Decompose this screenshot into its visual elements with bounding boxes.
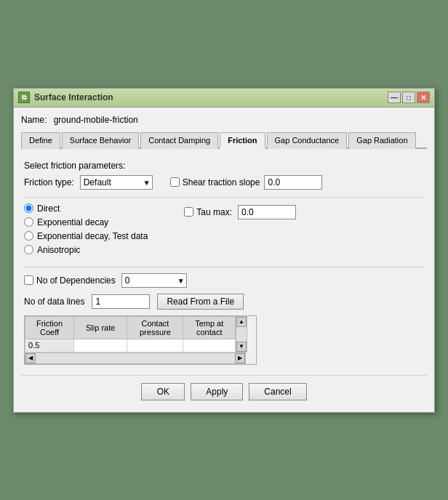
tab-friction[interactable]: Friction [220, 132, 265, 149]
tau-max-input[interactable] [238, 205, 296, 219]
divider-1 [24, 197, 424, 198]
tau-max-row: Tau max: [184, 205, 296, 219]
shear-traction-input[interactable] [264, 175, 322, 190]
shear-traction-checkbox[interactable] [170, 177, 180, 187]
scroll-left-button[interactable]: ◀ [25, 353, 36, 363]
table-header-row: FrictionCoeff Slip rate Contactpressure … [25, 316, 236, 339]
tab-surface-behavior[interactable]: Surface Behavior [62, 132, 139, 149]
friction-type-row: Friction type: Default Lagrange Penalty … [24, 175, 424, 190]
scroll-down-button[interactable]: ▼ [236, 342, 247, 352]
radio-anisotropic[interactable]: Anisotropic [24, 245, 148, 255]
dependencies-row: No of Dependencies 0 1 2 3 ▼ [24, 273, 424, 288]
table-bottom-scroll: ◀ ▶ [25, 352, 257, 364]
table-wrapper: FrictionCoeff Slip rate Contactpressure … [25, 316, 256, 352]
radio-group: Direct Exponential decay Exponential dec… [24, 203, 148, 255]
tab-gap-conductance[interactable]: Gap Conductance [267, 132, 348, 149]
scroll-track [236, 327, 247, 342]
title-buttons: — □ ✕ [388, 92, 430, 103]
apply-button[interactable]: Apply [191, 383, 243, 400]
radio-exp-decay[interactable]: Exponential decay [24, 217, 148, 227]
no-deps-select-wrapper: 0 1 2 3 ▼ [121, 273, 187, 288]
radio-tau-section: Direct Exponential decay Exponential dec… [24, 203, 424, 261]
radio-direct-label: Direct [37, 203, 60, 214]
tab-contact-damping[interactable]: Contact Damping [140, 132, 218, 149]
friction-type-select-wrapper: Default Lagrange Penalty ▼ [80, 175, 153, 190]
data-lines-row: No of data lines Read From a File [24, 294, 424, 310]
cell-slip-rate[interactable] [74, 339, 127, 352]
cell-friction-coeff[interactable]: 0.5 [25, 339, 74, 352]
shear-traction-label: Shear traction slope [183, 177, 260, 188]
shear-traction-checkbox-label: Shear traction slope [170, 177, 260, 188]
table-scrollbar-horizontal[interactable]: ◀ ▶ [25, 352, 246, 364]
radio-exp-decay-test-label: Exponential decay, Test data [37, 231, 148, 241]
tau-max-col: Tau max: [162, 203, 296, 261]
name-value: ground-mobile-friction [54, 115, 138, 125]
tau-max-label: Tau max: [196, 207, 232, 217]
radio-direct[interactable]: Direct [24, 203, 148, 214]
col-temp-at-contact: Temp atcontact [183, 316, 236, 339]
minimize-button[interactable]: — [388, 92, 401, 103]
radio-exp-decay-input[interactable] [24, 217, 33, 227]
read-from-file-button[interactable]: Read From a File [157, 294, 244, 310]
maximize-button[interactable]: □ [402, 92, 415, 103]
col-friction-coeff: FrictionCoeff [25, 316, 74, 339]
shear-traction-row: Shear traction slope [170, 175, 323, 190]
ok-button[interactable]: OK [141, 383, 185, 400]
friction-type-label: Friction type: [24, 177, 74, 188]
main-window: ⧉ Surface Interaction — □ ✕ Name: ground… [13, 88, 435, 413]
no-deps-checkbox-label: No of Dependencies [24, 275, 116, 286]
friction-table: FrictionCoeff Slip rate Contactpressure … [25, 316, 236, 352]
table-scrollbar-vertical[interactable]: ▲ ▼ [236, 316, 247, 352]
col-contact-pressure: Contactpressure [127, 316, 183, 339]
cell-contact-pressure[interactable] [127, 339, 183, 352]
radio-col: Direct Exponential decay Exponential dec… [24, 203, 148, 261]
scroll-corner [246, 352, 257, 364]
col-slip-rate: Slip rate [74, 316, 127, 339]
tab-define[interactable]: Define [21, 132, 60, 149]
window-body: Name: ground-mobile-friction Define Surf… [14, 108, 434, 412]
radio-anisotropic-label: Anisotropic [37, 245, 80, 255]
no-deps-select[interactable]: 0 1 2 3 [121, 273, 187, 288]
tau-max-checkbox[interactable] [184, 207, 193, 217]
tau-max-checkbox-label: Tau max: [184, 207, 232, 217]
window-title: Surface Interaction [34, 92, 388, 102]
no-deps-label: No of Dependencies [36, 275, 116, 286]
cancel-button[interactable]: Cancel [249, 383, 306, 400]
radio-exp-decay-label: Exponential decay [37, 217, 108, 227]
no-deps-checkbox[interactable] [24, 275, 33, 285]
footer-buttons: OK Apply Cancel [21, 375, 427, 405]
radio-anisotropic-input[interactable] [24, 245, 33, 254]
radio-exp-decay-test[interactable]: Exponential decay, Test data [24, 231, 148, 241]
radio-exp-decay-test-input[interactable] [24, 231, 33, 241]
tab-bar: Define Surface Behavior Contact Damping … [21, 131, 427, 149]
data-lines-label: No of data lines [24, 297, 84, 307]
tab-content: Select friction parameters: Friction typ… [21, 156, 427, 369]
table-row: 0.5 [25, 339, 236, 352]
scroll-right-button[interactable]: ▶ [235, 353, 245, 363]
data-lines-input[interactable] [92, 294, 150, 309]
cell-temp-at-contact[interactable] [183, 339, 236, 352]
friction-type-select[interactable]: Default Lagrange Penalty [80, 175, 153, 190]
tab-gap-radiation[interactable]: Gap Radiation [348, 132, 415, 149]
radio-direct-input[interactable] [24, 203, 33, 213]
divider-2 [24, 267, 424, 267]
scroll-up-button[interactable]: ▲ [236, 317, 247, 327]
window-icon: ⧉ [18, 92, 30, 103]
name-label: Name: [21, 115, 47, 125]
title-bar: ⧉ Surface Interaction — □ ✕ [14, 89, 434, 108]
table-section: FrictionCoeff Slip rate Contactpressure … [24, 315, 424, 365]
section-label: Select friction parameters: [24, 161, 424, 171]
name-row: Name: ground-mobile-friction [21, 115, 427, 125]
data-table-container: FrictionCoeff Slip rate Contactpressure … [24, 315, 257, 365]
close-button[interactable]: ✕ [417, 92, 430, 103]
